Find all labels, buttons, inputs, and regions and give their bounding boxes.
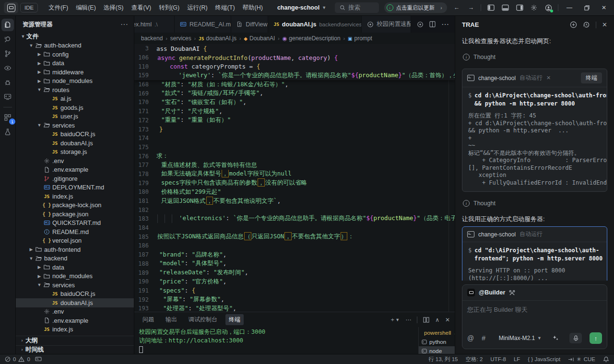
terminal-output[interactable]: 校园闲置交易平台后端服务已启动，端口：3000 访问地址：http://loca… — [134, 327, 418, 354]
nav-back-button[interactable]: ← — [452, 3, 461, 12]
tree-item-index.js[interactable]: JSindex.js — [16, 325, 134, 334]
tree-item-services[interactable]: ▼services — [16, 121, 134, 130]
settings-gear-icon[interactable] — [529, 3, 539, 12]
tree-item-backend[interactable]: ▼backend — [16, 254, 134, 263]
trae-logo[interactable] — [4, 2, 18, 13]
tree-item-middleware[interactable]: ▶middleware — [16, 68, 134, 77]
explorer-icon[interactable] — [1, 19, 14, 31]
tree-item-package.json[interactable]: { }package.json — [16, 210, 134, 219]
explorer-more-button[interactable]: ··· — [120, 20, 128, 29]
tree-item-node_modules[interactable]: ▶node_modules — [16, 77, 134, 86]
tree-item-doubanAI.js[interactable]: JSdoubanAI.js — [16, 298, 134, 307]
shell-python[interactable]: python — [419, 337, 455, 346]
timeline-section[interactable]: ›时间线 — [16, 345, 134, 354]
tree-item-user.js[interactable]: JSuser.js — [16, 112, 134, 121]
tree-item-.env.example[interactable]: .env.example — [16, 316, 134, 325]
tree-item-node_modules[interactable]: ▶node_modules — [16, 272, 134, 281]
agent-tools-icon[interactable] — [509, 290, 515, 296]
breadcrumb[interactable]: backend›services›JSdoubanAI.js›◆DoubanAI… — [134, 33, 455, 44]
microphone-button[interactable] — [569, 333, 582, 343]
tree-item-DEPLOYMENT.md[interactable]: DEPLOYMENT.md — [16, 183, 134, 192]
status-item-4[interactable]: { } JavaScript — [528, 356, 560, 362]
remote-window-icon[interactable] — [1, 91, 14, 103]
workspace-switcher[interactable]: change-school▼ — [277, 4, 326, 11]
menu-item-5[interactable]: 运行(R) — [183, 2, 211, 14]
tree-item-package-lock.json[interactable]: { }package-lock.json — [16, 201, 134, 210]
editor-scrollbar[interactable] — [449, 44, 455, 312]
chat-transcript[interactable]: 让我检查服务器状态并启动网页: i Thought change-school自… — [455, 32, 614, 281]
chat-input[interactable]: 您正在与 Builder 聊天 — [462, 301, 607, 329]
debug-icon[interactable] — [1, 76, 14, 89]
tree-item-.env.example[interactable]: .env.example — [16, 165, 134, 175]
global-search[interactable]: 搜索 — [335, 2, 379, 13]
tree-item-.gitignore[interactable]: .gitignore — [16, 174, 134, 183]
toggle-preview-icon[interactable] — [417, 21, 424, 28]
tree-item-data[interactable]: ▶data — [16, 263, 134, 272]
nav-forward-button[interactable]: → — [466, 3, 476, 12]
source-control-icon[interactable] — [1, 47, 14, 60]
tree-item-storage.js[interactable]: JSstorage.js — [16, 148, 134, 157]
mention-button[interactable]: @ — [467, 334, 474, 342]
tree-item-auth-frontend[interactable]: ▶auth-frontend — [16, 245, 134, 254]
enhance-prompt-icon[interactable] — [549, 333, 562, 343]
menu-item-2[interactable]: 选择(S) — [100, 2, 128, 14]
terminal-command-card[interactable]: change-school自动运行✕终端$cd d:\AiProject\cha… — [462, 69, 607, 192]
terminal-tab-调试控制台[interactable]: 调试控制台 — [185, 314, 221, 325]
shell-node[interactable]: node — [419, 346, 455, 354]
tab-dex.html[interactable]: dex.html.\ — [134, 16, 175, 33]
thought-row[interactable]: i Thought — [463, 54, 606, 60]
menu-item-1[interactable]: 编辑(E) — [72, 2, 100, 14]
cancel-run-icon[interactable]: ✕ — [546, 75, 551, 81]
tree-item-文件[interactable]: ▼文件 — [16, 32, 134, 41]
agent-label[interactable]: @Builder — [479, 289, 505, 296]
shell-powershell[interactable]: powershell▲ — [419, 328, 455, 337]
model-selector[interactable]: MiniMax-M2.1▼ — [499, 335, 542, 341]
menu-item-6[interactable]: 终端(T) — [212, 2, 239, 14]
tree-item-package-lock.json[interactable]: { }package-lock.json — [16, 334, 134, 336]
tab-校园闲置速配[interactable]: 校园闲置速配 — [362, 16, 411, 33]
tree-item-goods.js[interactable]: JSgoods.js — [16, 103, 134, 112]
close-panel-icon[interactable]: ✕ — [602, 21, 607, 28]
cue-status[interactable]: ✳CUE — [568, 356, 595, 363]
tree-item-auth-backend[interactable]: ▼auth-backend — [16, 41, 134, 50]
history-icon[interactable] — [583, 21, 590, 28]
tree-item-data[interactable]: ▶data — [16, 59, 134, 68]
tree-item-README.md[interactable]: README.md — [16, 227, 134, 236]
toggle-left-panel-button[interactable] — [486, 3, 496, 12]
breadcrumb-DoubanAI[interactable]: ◆DoubanAI — [244, 35, 275, 42]
toggle-bottom-panel-button[interactable] — [500, 3, 510, 12]
new-chat-icon[interactable] — [570, 21, 577, 28]
test-flask-icon[interactable] — [1, 126, 14, 138]
code-editor[interactable]: 3ass DoubanAI {106async generateProductI… — [134, 44, 455, 312]
tree-item-doubanAI.js[interactable]: JSdoubanAI.js — [16, 139, 134, 148]
breadcrumb-doubanAI.js[interactable]: JSdoubanAI.js — [199, 35, 236, 42]
context-button[interactable]: # — [482, 334, 485, 342]
breadcrumb-backend[interactable]: backend — [141, 35, 163, 42]
terminal-tab-终端[interactable]: 终端 — [225, 314, 244, 325]
open-terminal-button[interactable]: 终端 — [581, 72, 602, 83]
account-icon[interactable] — [543, 3, 553, 12]
breadcrumb-generateDescription[interactable]: ◉generateDescription — [283, 35, 341, 42]
menu-item-7[interactable]: 帮助(H) — [239, 2, 267, 14]
tree-item-index.js[interactable]: JSindex.js — [16, 192, 134, 201]
outline-section[interactable]: ›大纲 — [16, 336, 134, 345]
restart-to-update-button[interactable]: ↓ 点击重启以更新 › — [384, 2, 448, 13]
tree-item-services[interactable]: ▼services — [16, 281, 134, 290]
window-close-button[interactable]: ✕ — [598, 3, 610, 12]
window-minimize-button[interactable]: — — [563, 3, 576, 12]
tree-item-baiduOCR.js[interactable]: JSbaiduOCR.js — [16, 290, 134, 299]
split-editor-icon[interactable] — [429, 21, 436, 27]
search-icon[interactable] — [1, 33, 14, 46]
status-item-0[interactable]: 行 13, 列 15 — [428, 356, 458, 363]
window-restore-button[interactable] — [580, 3, 593, 12]
send-button[interactable]: ↑ — [590, 332, 602, 344]
terminal-more-button[interactable]: ⋯ — [405, 317, 411, 323]
close-panel-button[interactable]: ✕ — [445, 317, 450, 323]
tree-item-ai.js[interactable]: JSai.js — [16, 94, 134, 104]
menu-item-4[interactable]: 转到(G) — [155, 2, 183, 14]
terminal-tab-输出[interactable]: 输出 — [162, 314, 180, 325]
menu-item-3[interactable]: 查看(V) — [127, 2, 155, 14]
tree-item-.env[interactable]: .env — [16, 307, 134, 317]
tab-README_AI.md[interactable]: README_AI.md — [175, 16, 231, 33]
breadcrumb-prompt[interactable]: ▣prompt — [348, 35, 372, 42]
